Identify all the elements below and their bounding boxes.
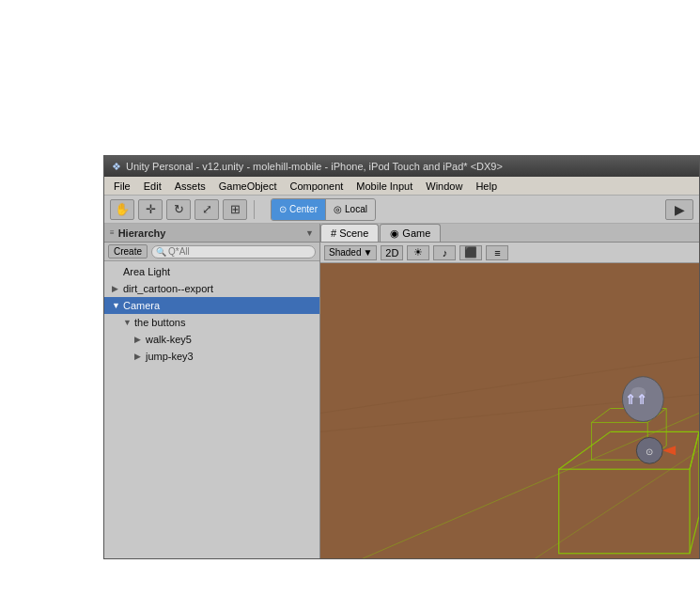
create-button[interactable]: Create xyxy=(108,244,148,258)
arrow-camera: ▼ xyxy=(112,301,121,310)
audio-button[interactable]: ♪ xyxy=(433,245,456,260)
scene-canvas: ⇑⇑ ⊙ xyxy=(320,263,699,558)
svg-text:⊙: ⊙ xyxy=(646,446,653,457)
hierarchy-item-jump-key3[interactable]: ▶ jump-key3 xyxy=(104,348,319,365)
menu-file[interactable]: File xyxy=(108,179,136,194)
scene-tab-icon: # xyxy=(331,227,336,239)
center-label: Center xyxy=(289,204,318,214)
shaded-dropdown[interactable]: Shaded ▼ xyxy=(324,245,377,260)
hierarchy-options-icon[interactable]: ▼ xyxy=(305,228,314,238)
game-tab-label: Game xyxy=(402,227,430,239)
center-local-group: ⊙ Center ◎ Local xyxy=(271,198,376,221)
title-bar: ❖ Unity Personal - v12.unity - molehill-… xyxy=(104,156,699,177)
dirt-cartoon-label: dirt_cartoon--export xyxy=(123,283,213,294)
arrow-walk-key5: ▶ xyxy=(134,335,144,344)
scene-tabs: # Scene ◉ Game xyxy=(320,224,699,243)
shaded-label: Shaded xyxy=(329,247,361,258)
hierarchy-header: ≡ Hierarchy ▼ xyxy=(104,224,319,243)
menu-mobile-input[interactable]: Mobile Input xyxy=(350,179,418,194)
arrow-the-buttons: ▼ xyxy=(123,318,132,327)
shaded-dropdown-arrow: ▼ xyxy=(363,247,372,258)
arrow-dirt-cartoon: ▶ xyxy=(112,284,121,293)
gizmos-button[interactable]: ⬛ xyxy=(459,245,482,260)
2d-button[interactable]: 2D xyxy=(381,245,403,260)
main-layout: ≡ Hierarchy ▼ Create 🔍 Q*All Area Light xyxy=(104,224,699,558)
hierarchy-content: Area Light ▶ dirt_cartoon--export ▼ Came… xyxy=(104,261,319,558)
hierarchy-item-area-light[interactable]: Area Light xyxy=(104,263,319,280)
play-button[interactable]: ▶ xyxy=(665,199,693,220)
play-icon: ▶ xyxy=(675,202,685,217)
scene-tab[interactable]: # Scene xyxy=(320,224,379,242)
local-button[interactable]: ◎ Local xyxy=(326,199,375,220)
local-label: Local xyxy=(345,204,367,214)
game-tab-icon: ◉ xyxy=(390,227,399,240)
menu-window[interactable]: Window xyxy=(420,179,468,194)
effects-button[interactable]: ≡ xyxy=(486,245,508,260)
arrow-jump-key3: ▶ xyxy=(134,352,144,361)
toolbar-separator xyxy=(254,200,255,219)
scale-tool-button[interactable]: ⤢ xyxy=(194,199,219,220)
scene-toolbar: Shaded ▼ 2D ☀ ♪ ⬛ ≡ xyxy=(320,243,699,263)
the-buttons-label: the buttons xyxy=(134,317,185,328)
walk-key5-label: walk-key5 xyxy=(146,334,192,345)
arrow-area-light xyxy=(112,267,121,276)
lighting-button[interactable]: ☀ xyxy=(407,245,429,260)
unity-window: ❖ Unity Personal - v12.unity - molehill-… xyxy=(103,155,700,559)
pivot-icon: ⊙ xyxy=(279,204,287,214)
menu-bar: File Edit Assets GameObject Component Mo… xyxy=(104,177,699,196)
hierarchy-title: Hierarchy xyxy=(118,227,166,239)
menu-help[interactable]: Help xyxy=(470,179,503,194)
hierarchy-panel: ≡ Hierarchy ▼ Create 🔍 Q*All Area Light xyxy=(104,224,320,558)
scene-viewport: ⇑⇑ ⊙ xyxy=(320,263,699,558)
unity-icon: ❖ xyxy=(112,161,121,173)
search-box[interactable]: 🔍 Q*All xyxy=(151,245,316,258)
scene-tab-label: Scene xyxy=(339,227,368,239)
hierarchy-item-the-buttons[interactable]: ▼ the buttons xyxy=(104,314,319,331)
svg-text:⇑⇑: ⇑⇑ xyxy=(625,392,647,407)
hierarchy-toolbar: Create 🔍 Q*All xyxy=(104,243,319,261)
center-button[interactable]: ⊙ Center xyxy=(272,199,326,220)
hierarchy-item-walk-key5[interactable]: ▶ walk-key5 xyxy=(104,331,319,348)
menu-component[interactable]: Component xyxy=(284,179,349,194)
jump-key3-label: jump-key3 xyxy=(146,351,194,362)
rotate-tool-button[interactable]: ↻ xyxy=(166,199,191,220)
move-tool-button[interactable]: ✛ xyxy=(138,199,163,220)
hierarchy-collapse-icon: ≡ xyxy=(110,228,115,237)
game-tab[interactable]: ◉ Game xyxy=(380,224,441,242)
rect-tool-button[interactable]: ⊞ xyxy=(223,199,247,220)
hierarchy-item-dirt-cartoon[interactable]: ▶ dirt_cartoon--export xyxy=(104,280,319,297)
menu-gameobject[interactable]: GameObject xyxy=(213,179,283,194)
hand-tool-button[interactable]: ✋ xyxy=(110,199,134,220)
window-title: Unity Personal - v12.unity - molehill-mo… xyxy=(126,161,503,172)
2d-label: 2D xyxy=(385,247,398,258)
camera-label: Camera xyxy=(123,300,160,311)
area-light-label: Area Light xyxy=(123,266,170,277)
search-placeholder: Q*All xyxy=(168,246,190,257)
hierarchy-item-camera[interactable]: ▼ Camera xyxy=(104,297,319,314)
local-icon: ◎ xyxy=(334,204,342,214)
toolbar: ✋ ✛ ↻ ⤢ ⊞ ⊙ Center ◎ Local ▶ xyxy=(104,196,699,224)
menu-edit[interactable]: Edit xyxy=(138,179,167,194)
scene-area: # Scene ◉ Game Shaded ▼ 2D ☀ ♪ ⬛ xyxy=(320,224,699,558)
menu-assets[interactable]: Assets xyxy=(169,179,211,194)
